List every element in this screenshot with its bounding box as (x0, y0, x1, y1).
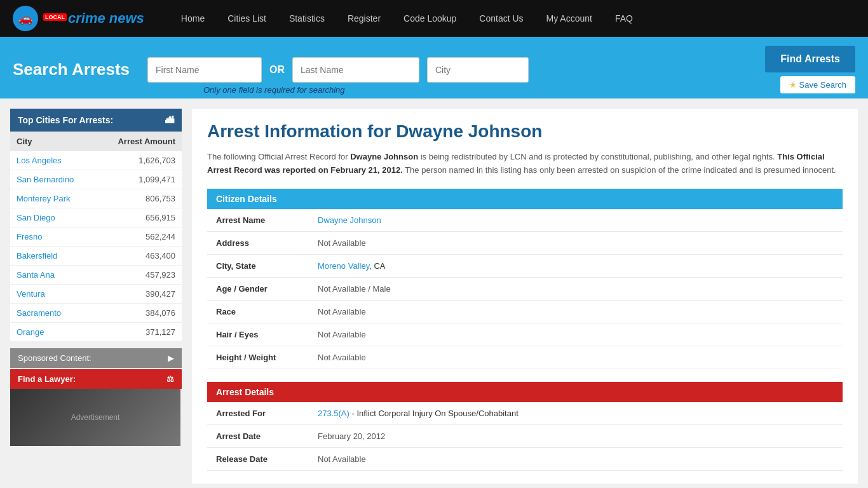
find-arrests-button[interactable]: Find Arrests (765, 46, 855, 72)
lawyer-ad-image[interactable]: Advertisement (10, 389, 180, 446)
city-link[interactable]: Los Angeles (17, 156, 62, 165)
arrest-date-label: Arrest Date (207, 424, 309, 447)
logo-brand: crime news (68, 10, 144, 26)
city-name-cell: Ventura (10, 285, 96, 304)
age-gender-label: Age / Gender (207, 277, 309, 300)
cities-table-header: City Arrest Amount (10, 132, 182, 151)
height-weight-value: Not Available (309, 346, 843, 369)
city-amount-cell: 806,753 (96, 189, 182, 208)
city-amount-cell: 656,915 (96, 208, 182, 227)
star-icon: ★ (789, 80, 797, 90)
city-link[interactable]: San Diego (17, 213, 55, 222)
address-value: Not Available (309, 231, 843, 254)
city-amount-cell: 457,923 (96, 266, 182, 285)
city-link[interactable]: Orange (17, 327, 44, 337)
height-weight-row: Height / Weight Not Available (207, 346, 843, 369)
nav-item-register[interactable]: Register (336, 0, 392, 37)
city-link[interactable]: Santa Ana (17, 270, 55, 280)
nav-item-contact-us[interactable]: Contact Us (468, 0, 534, 37)
nav-item-faq[interactable]: FAQ (604, 0, 644, 37)
race-row: Race Not Available (207, 300, 843, 323)
city-amount-cell: 384,076 (96, 304, 182, 323)
city-name-cell: Los Angeles (10, 151, 96, 170)
logo-text: LOCALcrime news (43, 10, 144, 27)
sidebar: Top Cities For Arrests: 🏙 City Arrest Am… (10, 109, 182, 484)
arrest-name-value: Dwayne Johnson (309, 209, 843, 232)
citizen-details-header: Citizen Details (207, 189, 843, 209)
city-input[interactable] (427, 57, 529, 83)
city-link[interactable]: Monterey Park (17, 194, 71, 203)
arrest-details-table: Arrested For 273.5(A) - Inflict Corporal… (207, 402, 843, 471)
city-table-row: Monterey Park 806,753 (10, 189, 182, 208)
last-name-input[interactable] (292, 57, 419, 83)
logo-local-badge: LOCAL (43, 13, 67, 21)
find-lawyer-header: Find a Lawyer: ⚖ (10, 369, 182, 389)
nav-links: Home Cities List Statistics Register Cod… (170, 0, 644, 37)
nav-item-my-account[interactable]: My Account (535, 0, 604, 37)
amount-col-header: Arrest Amount (96, 132, 182, 151)
arrested-for-value: 273.5(A) - Inflict Corporal Injury On Sp… (309, 402, 843, 425)
city-link[interactable]: San Bernardino (17, 175, 74, 184)
city-name-cell: Orange (10, 323, 96, 342)
navigation: 🚗 LOCALcrime news Home Cities List Stati… (0, 0, 868, 37)
city-link[interactable]: Ventura (17, 289, 45, 299)
arrest-title: Arrest Information for Dwayne Johnson (207, 121, 843, 142)
city-name-cell: San Bernardino (10, 170, 96, 189)
city-table-row: San Bernardino 1,099,471 (10, 170, 182, 189)
city-table-row: Los Angeles 1,626,703 (10, 151, 182, 170)
nav-item-statistics[interactable]: Statistics (278, 0, 336, 37)
city-state-link[interactable]: Moreno Valley (318, 261, 369, 271)
city-name-cell: Santa Ana (10, 266, 96, 285)
age-gender-row: Age / Gender Not Available / Male (207, 277, 843, 300)
top-cities-header: Top Cities For Arrests: 🏙 (10, 109, 182, 132)
arrest-code-link[interactable]: 273.5(A) (318, 409, 349, 418)
logo[interactable]: 🚗 LOCALcrime news (13, 6, 144, 31)
city-amount-cell: 371,127 (96, 323, 182, 342)
height-weight-label: Height / Weight (207, 346, 309, 369)
first-name-input[interactable] (147, 57, 262, 83)
city-table-row: San Diego 656,915 (10, 208, 182, 227)
city-table-row: Sacramento 384,076 (10, 304, 182, 323)
city-link[interactable]: Bakersfield (17, 251, 57, 261)
save-search-button[interactable]: ★ Save Search (780, 76, 855, 93)
release-date-row: Release Date Not Available (207, 447, 843, 470)
city-amount-cell: 463,400 (96, 247, 182, 266)
citizen-details-table: Arrest Name Dwayne Johnson Address Not A… (207, 209, 843, 369)
city-link[interactable]: Sacramento (17, 308, 61, 318)
release-date-label: Release Date (207, 447, 309, 470)
city-name-cell: San Diego (10, 208, 96, 227)
city-amount-cell: 390,427 (96, 285, 182, 304)
city-table-row: Orange 371,127 (10, 323, 182, 342)
nav-item-code-lookup[interactable]: Code Lookup (392, 0, 468, 37)
arrest-name-link[interactable]: Dwayne Johnson (318, 215, 381, 225)
arrest-date-value: February 20, 2012 (309, 424, 843, 447)
arrested-for-row: Arrested For 273.5(A) - Inflict Corporal… (207, 402, 843, 425)
race-label: Race (207, 300, 309, 323)
hair-eyes-row: Hair / Eyes Not Available (207, 323, 843, 346)
city-state-value: Moreno Valley, CA (309, 254, 843, 277)
nav-item-cities-list[interactable]: Cities List (216, 0, 278, 37)
arrest-details-header: Arrest Details (207, 382, 843, 402)
search-actions: Find Arrests ★ Save Search (765, 46, 855, 93)
sponsored-header: Sponsored Content: ▶ (10, 348, 182, 368)
address-label: Address (207, 231, 309, 254)
scales-icon: ⚖ (166, 374, 174, 384)
arrest-name-label: Arrest Name (207, 209, 309, 232)
race-value: Not Available (309, 300, 843, 323)
search-title: Search Arrests (13, 60, 140, 79)
city-table-row: Bakersfield 463,400 (10, 247, 182, 266)
city-amount-cell: 1,626,703 (96, 151, 182, 170)
city-name-cell: Fresno (10, 227, 96, 247)
city-col-header: City (10, 132, 96, 151)
hair-eyes-label: Hair / Eyes (207, 323, 309, 346)
release-date-value: Not Available (309, 447, 843, 470)
search-note: Only one field is required for searching (203, 85, 345, 95)
city-state-label: City, State (207, 254, 309, 277)
age-gender-value: Not Available / Male (309, 277, 843, 300)
search-bar: Search Arrests OR Find Arrests ★ Save Se… (0, 37, 868, 98)
or-separator: OR (269, 64, 285, 76)
address-row: Address Not Available (207, 231, 843, 254)
arrest-intro: The following Official Arrest Record for… (207, 151, 843, 177)
city-link[interactable]: Fresno (17, 232, 42, 241)
nav-item-home[interactable]: Home (170, 0, 216, 37)
